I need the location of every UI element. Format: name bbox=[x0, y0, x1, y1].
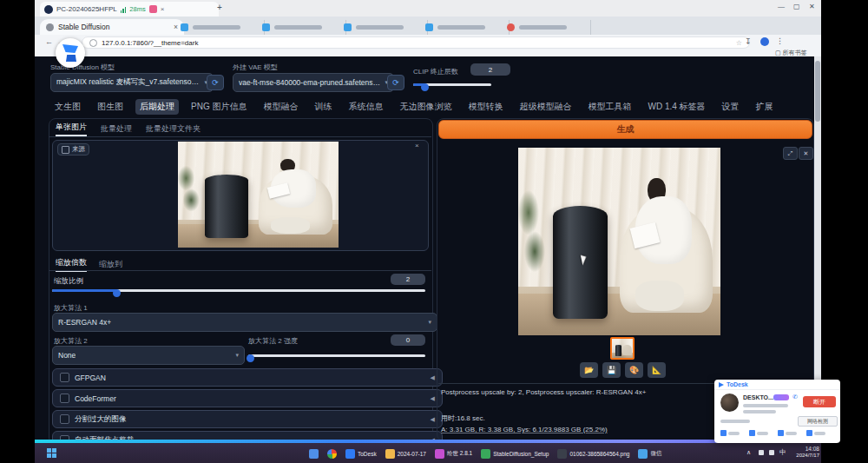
tab-extensions[interactable]: 扩展 bbox=[752, 99, 778, 115]
session-title: PC-20240625HFPL bbox=[56, 5, 117, 13]
scale-ratio-slider-handle[interactable] bbox=[113, 289, 121, 297]
tray-clock[interactable]: 14:08 2024/7/17 bbox=[788, 446, 819, 460]
taskbar-launcher[interactable]: 绘世 2.8.1 bbox=[435, 449, 472, 459]
taskbar-setup[interactable]: StableDiffusion_Setup bbox=[481, 449, 549, 459]
result-image[interactable] bbox=[518, 148, 720, 335]
call-icon[interactable]: ✆ bbox=[792, 394, 798, 400]
source-image[interactable] bbox=[178, 142, 339, 248]
clip-skip-slider-handle[interactable] bbox=[421, 83, 429, 91]
browser-tab[interactable] bbox=[175, 20, 265, 35]
tab-settings[interactable]: 设置 bbox=[718, 99, 744, 115]
taskbar-label: StableDiffusion_Setup bbox=[493, 451, 549, 457]
checkbox-icon[interactable] bbox=[60, 414, 69, 424]
todesk-icon bbox=[345, 449, 355, 459]
tab-model-converter[interactable]: 模型转换 bbox=[464, 99, 507, 115]
tab-wd14-tagger[interactable]: WD 1.4 标签器 bbox=[643, 99, 709, 115]
codeformer-accordion[interactable]: CodeFormer ◀ bbox=[52, 389, 443, 407]
tab-super-merger[interactable]: 超级模型融合 bbox=[515, 99, 575, 115]
tray-volume-icon[interactable] bbox=[759, 450, 764, 455]
model-refresh-button[interactable]: ⟳ bbox=[207, 75, 224, 90]
remote-session-tab[interactable]: PC-20240625HFPL 28ms × bbox=[40, 2, 219, 17]
todesk-settings-button[interactable] bbox=[806, 430, 825, 436]
open-folder-button[interactable]: 📂 bbox=[580, 362, 598, 378]
taskbar-label: ToDesk bbox=[358, 451, 377, 457]
profile-avatar[interactable] bbox=[760, 37, 769, 46]
close-result-button[interactable]: ✕ bbox=[799, 147, 813, 160]
subtab-batch-folder[interactable]: 批量处理文件夹 bbox=[146, 123, 201, 135]
taskbar-folder[interactable]: 2024-07-17 bbox=[385, 449, 426, 459]
address-bar[interactable]: 127.0.0.1:7860/?__theme=dark ☆ bbox=[82, 36, 750, 49]
main-tabs: 文生图 图生图 后期处理 PNG 图片信息 模型融合 训练 系统信息 无边图像浏… bbox=[50, 98, 778, 116]
start-button[interactable] bbox=[47, 448, 56, 458]
upscaler2-strength-slider-handle[interactable] bbox=[247, 354, 254, 362]
generate-button[interactable]: 生成 bbox=[438, 120, 812, 139]
browser-tab[interactable] bbox=[502, 20, 591, 35]
todesk-screenshot-button[interactable] bbox=[778, 430, 797, 436]
upscaler1-dropdown[interactable]: R-ESRGAN 4x+▾ bbox=[52, 313, 437, 332]
collapse-arrow-icon: ◀ bbox=[431, 395, 435, 402]
vae-refresh-button[interactable]: ⟳ bbox=[387, 75, 404, 90]
clip-skip-input[interactable]: 2 bbox=[470, 63, 510, 76]
tab-train[interactable]: 训练 bbox=[310, 99, 336, 115]
vae-dropdown[interactable]: vae-ft-mse-840000-ema-pruned.safetensors… bbox=[233, 73, 394, 92]
todesk-panel[interactable]: ToDesk DESKTO... ✆ 断开 网络检测 bbox=[714, 380, 840, 443]
window-maximize-button[interactable]: ▢ bbox=[793, 3, 800, 10]
gfpgan-accordion[interactable]: GFPGAN ◀ bbox=[52, 368, 443, 387]
scale-ratio-input[interactable]: 2 bbox=[391, 274, 425, 285]
tab-txt2img[interactable]: 文生图 bbox=[50, 99, 85, 115]
taskbar-app-icon[interactable] bbox=[309, 449, 319, 459]
bookmark-star-icon[interactable]: ☆ bbox=[736, 39, 742, 47]
accordion-label: CodeFormer bbox=[75, 394, 116, 403]
todesk-quality-toggle[interactable] bbox=[749, 430, 768, 436]
download-icon[interactable]: ↧ bbox=[745, 37, 752, 46]
gallery-thumbnail[interactable] bbox=[610, 337, 635, 360]
subtab-single-image[interactable]: 单张图片 bbox=[56, 122, 87, 136]
tab-postprocess[interactable]: 后期处理 bbox=[135, 99, 179, 115]
ime-indicator[interactable]: 中 bbox=[779, 448, 786, 457]
send-to-img2img-button[interactable]: 📐 bbox=[648, 362, 666, 378]
tab-model-toolkit[interactable]: 模型工具箱 bbox=[583, 99, 635, 115]
page-scrollbar-thumb[interactable] bbox=[815, 61, 820, 122]
send-to-extras-button[interactable]: 🎨 bbox=[625, 362, 643, 378]
vae-value: vae-ft-mse-840000-ema-pruned.safetensors bbox=[239, 78, 381, 87]
todesk-audio-toggle[interactable] bbox=[720, 430, 740, 436]
chrome-icon[interactable] bbox=[327, 449, 337, 459]
network-check-button[interactable]: 网络检测 bbox=[798, 416, 838, 427]
window-close-button[interactable]: ✕ bbox=[809, 3, 815, 10]
model-dropdown[interactable]: majicMIX realistic 麦橘写实_v7.safetensors [… bbox=[50, 73, 214, 92]
tab-png-info[interactable]: PNG 图片信息 bbox=[187, 99, 251, 115]
result-info-text: Postprocess upscale by: 2, Postprocess u… bbox=[441, 388, 646, 396]
tray-network-icon[interactable] bbox=[769, 450, 774, 455]
browser-tab[interactable] bbox=[420, 20, 510, 35]
back-icon[interactable]: ← bbox=[45, 37, 53, 46]
save-image-button[interactable]: 💾 bbox=[602, 362, 621, 378]
taskbar-png-file[interactable]: 01062-3865864564.png bbox=[557, 449, 629, 459]
tab-system-info[interactable]: 系统信息 bbox=[344, 99, 387, 115]
taskbar-wechat[interactable]: 微信 bbox=[638, 449, 661, 459]
checkbox-icon[interactable] bbox=[60, 373, 69, 382]
browser-tab-active[interactable]: Stable Diffusion × bbox=[40, 19, 184, 35]
browser-tab[interactable] bbox=[257, 20, 346, 35]
site-favicon bbox=[181, 23, 188, 31]
upscaler2-strength-slider[interactable] bbox=[248, 354, 425, 357]
session-close-icon[interactable]: × bbox=[161, 5, 165, 13]
disconnect-button[interactable]: 断开 bbox=[803, 396, 836, 407]
tab-checkpoint-merger[interactable]: 模型融合 bbox=[259, 99, 302, 115]
expand-image-button[interactable]: ⤢ bbox=[783, 147, 798, 160]
checkbox-icon[interactable] bbox=[60, 394, 69, 403]
tray-chevron-icon[interactable]: ∧ bbox=[746, 449, 751, 456]
new-session-button[interactable]: + bbox=[217, 3, 222, 12]
blurred-label bbox=[757, 432, 768, 435]
upscaler2-dropdown[interactable]: None▾ bbox=[52, 346, 245, 365]
taskbar-todesk[interactable]: ToDesk bbox=[345, 449, 377, 459]
tab-img2img[interactable]: 图生图 bbox=[93, 99, 128, 115]
split-oversized-accordion[interactable]: 分割过大的图像 ◀ bbox=[52, 410, 443, 428]
scale-to-tab[interactable]: 缩放到 bbox=[99, 259, 122, 270]
window-minimize-button[interactable]: — bbox=[778, 3, 785, 10]
browser-tab[interactable] bbox=[339, 20, 428, 35]
subtab-batch-process[interactable]: 批量处理 bbox=[101, 123, 132, 135]
tab-image-browser[interactable]: 无边图像浏览 bbox=[395, 99, 456, 115]
upscaler2-strength-input[interactable]: 0 bbox=[391, 334, 425, 346]
browser-menu-icon[interactable]: ⋮ bbox=[776, 36, 784, 45]
clear-image-button[interactable]: × bbox=[415, 142, 419, 149]
